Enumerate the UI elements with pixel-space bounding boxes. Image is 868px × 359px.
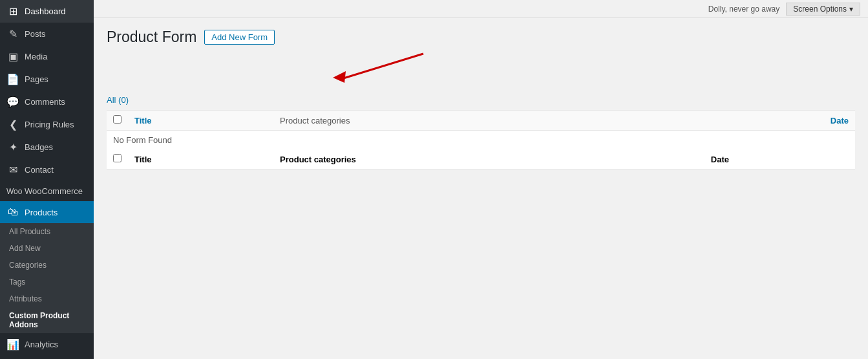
footer-title[interactable]: Title (128, 149, 273, 169)
sidebar-item-label: Dashboard (25, 6, 66, 16)
sidebar-item-products[interactable]: 🛍 Products (0, 201, 94, 223)
topbar: Dolly, never go away Screen Options ▾ (94, 0, 868, 18)
screen-options-button[interactable]: Screen Options ▾ (786, 3, 860, 16)
sidebar-item-label: Badges (25, 142, 53, 152)
media-icon: ▣ (6, 50, 19, 63)
sidebar-item-label: Analytics (25, 340, 58, 349)
arrow-annotation (107, 54, 855, 92)
sidebar-item-pages[interactable]: 📄 Pages (0, 68, 94, 91)
contact-icon: ✉ (6, 164, 19, 176)
sidebar-item-pricing[interactable]: ❮ Pricing Rules (0, 113, 94, 136)
header-date[interactable]: Date (704, 111, 855, 131)
sidebar: ⊞ Dashboard ✎ Posts ▣ Media 📄 Pages 💬 Co… (0, 0, 94, 359)
sidebar-item-media[interactable]: ▣ Media (0, 45, 94, 68)
header-checkbox-cell (107, 111, 128, 131)
svg-line-0 (339, 54, 423, 80)
sidebar-item-label: WooCommerce (25, 186, 83, 196)
table-row-no-form: No Form Found (107, 131, 855, 150)
page-header: Product Form Add New Form (107, 28, 855, 46)
red-arrow-icon (326, 50, 430, 86)
submenu-tags[interactable]: Tags (0, 274, 94, 290)
submenu-categories[interactable]: Categories (0, 257, 94, 274)
footer-date[interactable]: Date (704, 149, 855, 169)
footer-product-categories: Product categories (273, 149, 704, 169)
analytics-icon: 📊 (6, 338, 19, 351)
posts-icon: ✎ (6, 28, 19, 40)
submenu-all-products[interactable]: All Products (0, 223, 94, 240)
product-form-table: Title Product categories Date No Form Fo… (107, 110, 855, 169)
woocommerce-icon: Woo (6, 187, 19, 196)
page-title: Product Form (107, 28, 196, 46)
sidebar-item-label: Products (25, 208, 58, 217)
filter-all-label: All (107, 95, 116, 105)
sidebar-item-label: Pages (25, 74, 48, 84)
sidebar-item-label: Media (25, 52, 47, 61)
sidebar-item-label: Comments (25, 97, 65, 107)
pages-icon: 📄 (6, 73, 19, 85)
header-title[interactable]: Title (128, 111, 273, 131)
filter-all-link[interactable]: All (0) (107, 95, 129, 105)
footer-checkbox-cell (107, 149, 128, 169)
sidebar-item-comments[interactable]: 💬 Comments (0, 91, 94, 113)
chevron-down-icon: ▾ (849, 5, 853, 14)
add-new-form-button[interactable]: Add New Form (204, 30, 275, 45)
dashboard-icon: ⊞ (6, 5, 19, 17)
select-all-checkbox[interactable] (113, 115, 122, 124)
pricing-icon: ❮ (6, 118, 19, 131)
badges-icon: ✦ (6, 141, 19, 153)
sidebar-item-contact[interactable]: ✉ Contact (0, 158, 94, 181)
screen-options-label: Screen Options (793, 5, 847, 14)
main-content: Dolly, never go away Screen Options ▾ Pr… (94, 0, 868, 359)
sidebar-item-analytics[interactable]: 📊 Analytics (0, 333, 94, 356)
content-area: Product Form Add New Form All (0) (94, 18, 868, 359)
products-icon: 🛍 (6, 206, 19, 218)
submenu-custom-product-addons[interactable]: Custom Product Addons (0, 307, 94, 333)
comments-icon: 💬 (6, 96, 19, 108)
submenu-add-new[interactable]: Add New (0, 240, 94, 257)
sidebar-item-badges[interactable]: ✦ Badges (0, 136, 94, 158)
submenu-attributes[interactable]: Attributes (0, 290, 94, 307)
sidebar-item-posts[interactable]: ✎ Posts (0, 23, 94, 45)
filter-bar: All (0) (107, 95, 855, 105)
select-all-footer-checkbox[interactable] (113, 154, 122, 162)
topbar-user: Dolly, never go away (708, 5, 780, 14)
filter-all-count: (0) (118, 95, 129, 105)
no-form-message: No Form Found (107, 131, 855, 150)
table-header-row: Title Product categories Date (107, 111, 855, 131)
products-submenu: All Products Add New Categories Tags Att… (0, 223, 94, 333)
header-product-categories: Product categories (273, 111, 704, 131)
sidebar-item-label: Contact (25, 165, 54, 175)
table-footer-row: Title Product categories Date (107, 149, 855, 169)
sidebar-item-label: Pricing Rules (25, 120, 74, 129)
sidebar-item-dashboard[interactable]: ⊞ Dashboard (0, 0, 94, 23)
svg-marker-1 (333, 71, 346, 83)
sidebar-item-woocommerce[interactable]: Woo WooCommerce (0, 181, 94, 201)
sidebar-item-label: Posts (25, 29, 46, 39)
